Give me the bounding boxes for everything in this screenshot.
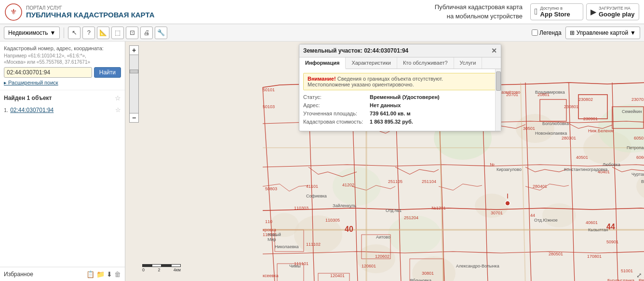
search-input[interactable] xyxy=(4,67,92,78)
result-item: 1. 02:44:030701:94 ☆ xyxy=(4,105,121,115)
results-count: Найден 1 объект xyxy=(4,95,52,101)
header: ⚜ ПОРТАЛ УСЛУГ ПУБЛИЧНАЯ КАДАСТРОВАЯ КАР… xyxy=(0,0,644,24)
legend-input[interactable] xyxy=(532,29,538,36)
chevron-down-icon: ▼ xyxy=(50,29,56,36)
favorites-delete-icon[interactable]: 🗑 xyxy=(114,270,121,278)
save-results-star[interactable]: ☆ xyxy=(115,94,121,102)
favorites-label: Избранное xyxy=(4,271,33,278)
field-label-status: Статус: xyxy=(303,94,366,100)
search-button[interactable]: Найти xyxy=(94,67,121,78)
header-left: ⚜ ПОРТАЛ УСЛУГ ПУБЛИЧНАЯ КАДАСТРОВАЯ КАР… xyxy=(5,3,154,21)
scale-seg-4 xyxy=(171,264,181,267)
grid-icon: ⊞ xyxy=(570,29,575,36)
zoom-handle[interactable] xyxy=(130,70,138,73)
popup-body: Внимание! Сведения о границах объекта от… xyxy=(299,69,501,131)
favorites-import-icon[interactable]: 📁 xyxy=(96,270,105,278)
popup-field-status: Статус: Временный (Удостоверен) xyxy=(303,94,497,100)
field-value-status: Временный (Удостоверен) xyxy=(370,94,440,100)
map-area[interactable]: + − 50101 50103 50803 Уразмётово Владими… xyxy=(125,42,644,281)
realty-dropdown[interactable]: Недвижимость ▼ xyxy=(4,27,60,39)
toolbar-right: Легенда ⊞ Управление картой ▼ xyxy=(532,27,640,39)
favorites-export-icon[interactable]: 📋 xyxy=(86,270,94,278)
search-label: Кадастровый номер, адрес, координата: xyxy=(4,45,121,51)
result-link[interactable]: 02:44:030701:94 xyxy=(10,107,113,113)
svg-point-15 xyxy=(388,215,441,254)
select-tool-btn[interactable]: ⬚ xyxy=(111,27,124,39)
scale-line xyxy=(142,264,181,267)
popup-warning: Внимание! Сведения о границах объекта от… xyxy=(303,73,497,90)
svg-point-3 xyxy=(294,215,342,254)
result-number: 1. xyxy=(4,107,8,113)
result-star[interactable]: ☆ xyxy=(115,106,121,113)
portal-label: ПОРТАЛ УСЛУГ xyxy=(26,5,154,11)
popup-tabs: Информация Характеристики Кто обслуживае… xyxy=(299,57,501,69)
map-control-label: Управление картой xyxy=(577,29,628,36)
scale-bar: 0 2 4км xyxy=(142,264,181,272)
popup-scrollbar[interactable] xyxy=(495,69,501,131)
advanced-search-link[interactable]: ▸ Расширенный поиск xyxy=(4,80,121,86)
svg-point-14 xyxy=(333,167,381,206)
field-label-address: Адрес: xyxy=(303,102,366,108)
legend-checkbox[interactable]: Легенда xyxy=(532,29,562,36)
field-label-cad-value: Кадастровая стоимость: xyxy=(303,119,366,125)
popup-close-button[interactable]: ✕ xyxy=(491,47,497,55)
zoom-in-button[interactable]: + xyxy=(129,45,139,55)
tab-info[interactable]: Информация xyxy=(299,57,346,69)
results-section: Найден 1 объект ☆ 1. 02:44:030701:94 ☆ xyxy=(0,90,125,267)
tab-services[interactable]: Услуги xyxy=(454,57,483,69)
map-control-dropdown[interactable]: ⊞ Управление картой ▼ xyxy=(565,27,640,39)
header-right: Публичная кадастровая карта на мобильном… xyxy=(435,3,639,20)
print-btn[interactable]: 🖨 xyxy=(140,27,153,39)
scale-labels: 0 2 4км xyxy=(142,267,181,272)
pointer-tool-btn[interactable]: ↖ xyxy=(68,27,80,39)
expand-icon[interactable]: ⤢ xyxy=(636,271,642,279)
field-value-address: Нет данных xyxy=(370,102,401,108)
logo-emblem: ⚜ xyxy=(5,3,22,21)
legend-label: Легенда xyxy=(539,29,562,36)
warning-sub: Местоположение указано ориентировочно. xyxy=(308,82,414,87)
svg-text:⚜: ⚜ xyxy=(10,8,17,16)
favorites-section: Избранное 📋 📁 ⬇ 🗑 xyxy=(0,267,125,281)
realty-label: Недвижимость xyxy=(8,29,48,36)
popup-dialog: Земельный участок: 02:44:030701:94 ✕ Инф… xyxy=(299,44,501,131)
mobile-promo-text: Публичная кадастровая карта на мобильном… xyxy=(435,3,523,20)
popup-scroll-thumb[interactable] xyxy=(496,71,501,91)
search-hint: Например «61:6:10104:12», «61:6:*»,«Моск… xyxy=(4,53,121,65)
tab-service[interactable]: Кто обслуживает? xyxy=(397,57,454,69)
toolbar: Недвижимость ▼ ↖ ? 📐 ⬚ ⊡ 🖨 🔧 Легенда ⊞ У… xyxy=(0,24,644,42)
appstore-badge[interactable]:  Доступно в App Store xyxy=(530,3,583,20)
appstore-text: Доступно в App Store xyxy=(540,6,570,18)
scale-seg-2 xyxy=(152,264,161,267)
svg-point-6 xyxy=(475,194,509,218)
tab-chars[interactable]: Характеристики xyxy=(346,57,397,69)
googleplay-icon: ▶ xyxy=(590,7,596,16)
settings-btn[interactable]: 🔧 xyxy=(155,27,167,39)
field-value-area: 739 641.00 кв. м xyxy=(370,111,411,116)
zoom-slider[interactable] xyxy=(129,55,139,113)
mobile-line1: Публичная кадастровая карта xyxy=(435,3,523,12)
popup-field-address: Адрес: Нет данных xyxy=(303,102,497,108)
search-row: Найти xyxy=(4,67,121,78)
favorites-icons: 📋 📁 ⬇ 🗑 xyxy=(86,270,121,278)
zoom-controls: + − xyxy=(129,45,139,123)
warning-bold: Внимание! xyxy=(308,76,336,82)
search-section: Кадастровый номер, адрес, координата: На… xyxy=(0,42,125,90)
scale-label-2: 2 xyxy=(158,267,160,272)
apple-icon:  xyxy=(535,7,538,17)
scale-seg-1 xyxy=(142,264,152,267)
zoom-area-btn[interactable]: ⊡ xyxy=(126,27,138,39)
results-header: Найден 1 объект ☆ xyxy=(4,94,121,102)
popup-field-cadastral-value: Кадастровая стоимость: 1 863 895.32 руб. xyxy=(303,119,497,125)
googleplay-text: ЗАГРУЗИТЕ НА Google play xyxy=(599,6,634,18)
main-title: ПУБЛИЧНАЯ КАДАСТРОВАЯ КАРТА xyxy=(26,11,154,19)
info-tool-btn[interactable]: ? xyxy=(82,27,95,39)
googleplay-badge[interactable]: ▶ ЗАГРУЗИТЕ НА Google play xyxy=(586,3,639,20)
favorites-download-icon[interactable]: ⬇ xyxy=(107,270,112,278)
sidebar: Кадастровый номер, адрес, координата: На… xyxy=(0,42,125,281)
scale-seg-3 xyxy=(161,264,171,267)
mobile-line2: на мобильном устройстве xyxy=(435,12,523,21)
field-label-area: Уточненная площадь: xyxy=(303,111,366,116)
measure-tool-btn[interactable]: 📐 xyxy=(97,27,109,39)
zoom-out-button[interactable]: − xyxy=(129,113,139,123)
svg-point-29 xyxy=(505,201,510,206)
